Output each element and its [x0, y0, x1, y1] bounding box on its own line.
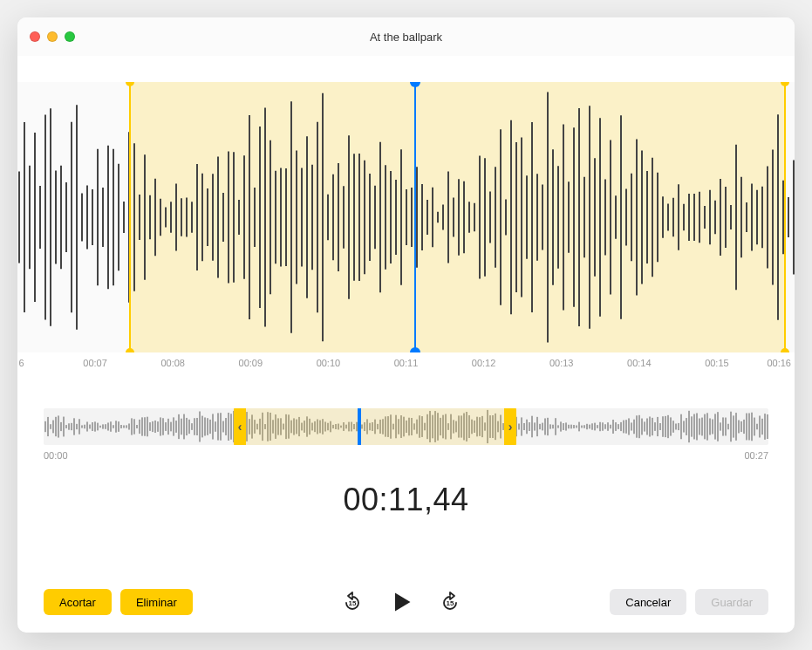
overview-start-label: 00:00 [44, 450, 68, 461]
ruler-tick: 00:14 [627, 358, 652, 368]
window-title: At the ballpark [30, 31, 782, 44]
ruler-tick: 00:16 [767, 358, 791, 368]
overview-trim-start-handle[interactable]: ‹ [234, 408, 246, 445]
window-minimize-button[interactable] [47, 31, 58, 42]
controls-bar: Acortar Eliminar 15 15 C [17, 589, 795, 615]
delete-button[interactable]: Eliminar [120, 589, 193, 615]
overview-end-label: 00:27 [744, 450, 768, 461]
save-button[interactable]: Guardar [695, 589, 768, 615]
ruler-tick: 00:10 [317, 358, 341, 368]
ruler-tick: 00:08 [160, 358, 185, 368]
trim-end-handle[interactable] [784, 82, 786, 352]
dialog-buttons: Cancelar Guardar [610, 589, 768, 615]
skip-forward-icon: 15 [440, 592, 461, 612]
window-close-button[interactable] [30, 31, 40, 42]
ruler-tick: 6 [18, 358, 24, 368]
play-button[interactable] [389, 590, 413, 614]
overview-wrapper: ‹ › 00:00 00:27 [44, 408, 768, 461]
trim-button[interactable]: Acortar [44, 589, 112, 615]
cancel-button[interactable]: Cancelar [610, 589, 686, 615]
titlebar: At the ballpark [17, 17, 795, 56]
overview-selection[interactable] [244, 408, 506, 445]
trim-start-handle[interactable] [129, 82, 131, 352]
window-zoom-button[interactable] [65, 31, 75, 42]
current-timecode: 00:11,44 [17, 482, 795, 518]
ruler-tick: 00:12 [472, 358, 496, 368]
svg-text:15: 15 [349, 599, 357, 607]
skip-back-icon: 15 [342, 592, 363, 612]
overview-playhead[interactable] [358, 408, 361, 445]
play-icon [389, 590, 413, 614]
overview-trim-end-handle[interactable]: › [504, 408, 516, 445]
ruler-tick: 00:15 [705, 358, 729, 368]
ruler-tick: 00:09 [239, 358, 263, 368]
overview-time-labels: 00:00 00:27 [44, 450, 768, 461]
svg-text:15: 15 [447, 599, 454, 607]
ruler-tick: 00:13 [549, 358, 574, 368]
detail-waveform[interactable] [17, 82, 795, 352]
overview-waveform[interactable]: ‹ › [44, 408, 768, 445]
traffic-lights [30, 31, 75, 42]
playhead[interactable] [414, 82, 416, 352]
transport-controls: 15 15 [201, 590, 601, 614]
time-ruler: 600:0700:0800:0900:1000:1100:1200:1300:1… [17, 352, 795, 373]
skip-back-button[interactable]: 15 [342, 592, 363, 612]
skip-forward-button[interactable]: 15 [440, 592, 461, 612]
ruler-tick: 00:07 [83, 358, 107, 368]
app-window: At the ballpark 600:0700:0800:0900:1000:… [17, 17, 795, 633]
ruler-tick: 00:11 [394, 358, 419, 368]
waveform-graphic [17, 82, 795, 352]
